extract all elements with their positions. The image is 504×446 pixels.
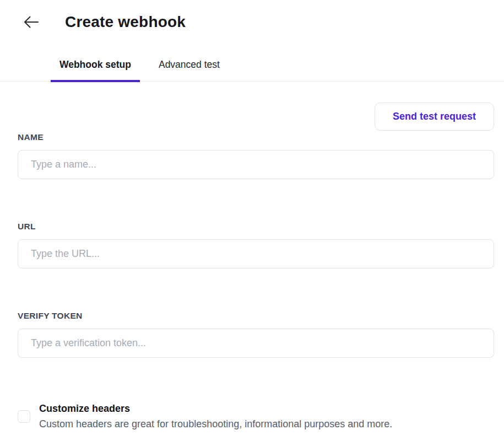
- customize-headers-row: Customize headers Custom headers are gre…: [18, 401, 494, 432]
- verify-token-input[interactable]: [18, 329, 494, 358]
- name-input[interactable]: [18, 150, 494, 179]
- url-input[interactable]: [18, 239, 494, 268]
- page-header: Create webhook: [0, 0, 504, 32]
- tab-advanced-test[interactable]: Advanced test: [150, 58, 229, 82]
- verify-token-field-group: VERIFY TOKEN: [18, 310, 494, 358]
- tab-webhook-setup[interactable]: Webhook setup: [51, 58, 140, 82]
- url-field-label: URL: [18, 221, 494, 232]
- create-webhook-page: Create webhook Webhook setup Advanced te…: [0, 0, 504, 446]
- customize-headers-description: Custom headers are great for troubleshoo…: [39, 416, 392, 432]
- customize-headers-checkbox[interactable]: [18, 410, 30, 423]
- name-field-label: NAME: [18, 132, 494, 142]
- verify-token-field-label: VERIFY TOKEN: [18, 310, 494, 321]
- page-title: Create webhook: [65, 12, 186, 32]
- tab-bar: Webhook setup Advanced test: [0, 58, 504, 82]
- name-field-group: NAME: [18, 132, 494, 179]
- send-test-request-button[interactable]: Send test request: [375, 103, 494, 131]
- arrow-left-icon: [21, 14, 40, 30]
- back-button[interactable]: [21, 13, 41, 31]
- customize-headers-text: Customize headers Custom headers are gre…: [39, 401, 392, 432]
- url-field-group: URL: [18, 221, 494, 268]
- customize-headers-label: Customize headers: [39, 401, 392, 416]
- toolbar-row: Send test request: [18, 103, 494, 131]
- webhook-setup-panel: Send test request NAME URL VERIFY TOKEN …: [0, 103, 504, 432]
